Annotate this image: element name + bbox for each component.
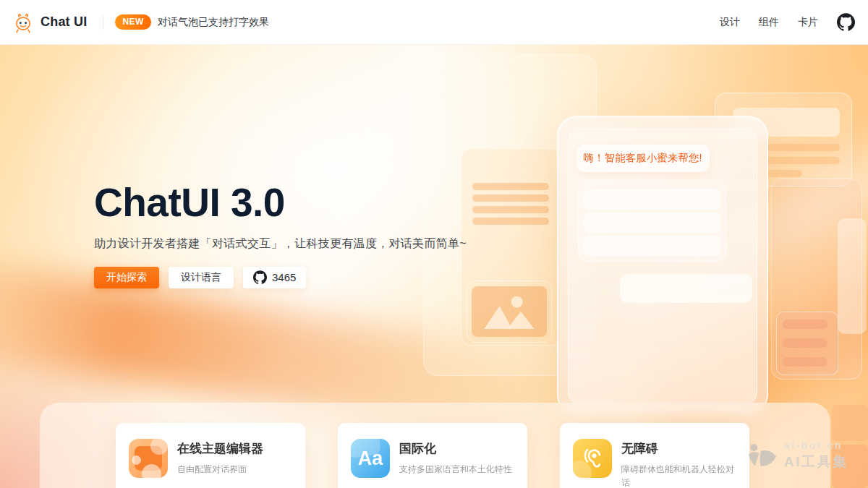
message-row-placeholder xyxy=(584,236,720,256)
hero-subtitle: 助力设计开发者搭建「对话式交互」，让科技更有温度，对话美而简单~ xyxy=(94,236,467,252)
chatui-robot-logo-icon[interactable] xyxy=(12,11,35,34)
placeholder-block xyxy=(776,312,838,375)
watermark-line1: ai-bot.cn xyxy=(784,440,848,451)
feature-card-accessibility[interactable]: 无障碍 障碍群体也能和机器人轻松对话 xyxy=(560,423,749,488)
brand-title[interactable]: Chat UI xyxy=(41,14,87,30)
accessibility-ear-icon xyxy=(573,439,612,478)
cta-row: 开始探索 设计语言 3465 xyxy=(94,267,467,288)
navbar: Chat UI NEW 对话气泡已支持打字效果 设计 组件 卡片 xyxy=(0,0,868,45)
tile-decoration xyxy=(832,405,868,441)
i18n-icon-text: Aa xyxy=(358,448,383,470)
navbar-links: 设计 组件 卡片 xyxy=(720,13,856,31)
feature-desc: 支持多国家语言和本土化特性 xyxy=(399,463,512,476)
nav-link-components[interactable]: 组件 xyxy=(759,16,779,29)
placeholder-line xyxy=(783,338,827,348)
chatui-landing-page: Chat UI NEW 对话气泡已支持打字效果 设计 组件 卡片 xyxy=(0,0,868,488)
placeholder-line xyxy=(783,357,827,367)
feature-text: 在线主题编辑器 自由配置对话界面 xyxy=(177,439,263,488)
image-placeholder-icon xyxy=(472,286,547,337)
feature-title: 在线主题编辑器 xyxy=(177,440,263,457)
nav-link-design[interactable]: 设计 xyxy=(720,16,740,29)
placeholder-line xyxy=(472,183,549,190)
start-explore-button[interactable]: 开始探索 xyxy=(94,267,159,288)
watermark-text: ai-bot.cn AI工具集 xyxy=(784,440,848,471)
page-title: ChatUI 3.0 xyxy=(94,181,467,226)
feature-title: 无障碍 xyxy=(621,440,736,457)
i18n-icon: Aa xyxy=(351,439,390,478)
nav-divider xyxy=(103,15,103,30)
placeholder-line xyxy=(472,218,549,225)
github-icon xyxy=(253,270,267,284)
navbar-left: Chat UI NEW 对话气泡已支持打字效果 xyxy=(12,11,269,34)
placeholder-line xyxy=(783,320,827,329)
watermark-line2: AI工具集 xyxy=(784,453,848,471)
glass-panel-edge xyxy=(838,218,867,334)
placeholder-line xyxy=(472,206,549,213)
feature-card-i18n[interactable]: Aa 国际化 支持多国家语言和本土化特性 xyxy=(338,423,527,488)
feature-desc: 自由配置对话界面 xyxy=(177,463,263,476)
feature-desc: 障碍群体也能和机器人轻松对话 xyxy=(621,463,736,488)
bot-chat-bubble: 嗨！智能客服小蜜来帮您! xyxy=(576,145,710,172)
message-row-placeholder xyxy=(584,189,720,210)
feature-text: 无障碍 障碍群体也能和机器人轻松对话 xyxy=(621,439,736,488)
hero-section: 嗨！智能客服小蜜来帮您! ChatUI 3.0 助力设计开发者搭建「对话式交互」… xyxy=(0,45,868,488)
feature-text: 国际化 支持多国家语言和本土化特性 xyxy=(399,439,512,488)
theme-editor-icon xyxy=(129,439,168,478)
nav-link-cards[interactable]: 卡片 xyxy=(798,16,818,29)
hero-content: ChatUI 3.0 助力设计开发者搭建「对话式交互」，让科技更有温度，对话美而… xyxy=(94,181,467,288)
message-row-placeholder xyxy=(584,213,720,233)
design-language-button[interactable]: 设计语言 xyxy=(169,267,234,288)
chat-message-card xyxy=(578,180,726,262)
ai-bot-watermark-logo-icon xyxy=(747,442,778,469)
ai-bot-watermark: ai-bot.cn AI工具集 xyxy=(747,440,848,471)
user-chat-bubble xyxy=(620,274,752,303)
chat-phone-mockup: 嗨！智能客服小蜜来帮您! xyxy=(557,116,768,415)
github-star-count: 3465 xyxy=(272,271,296,283)
github-icon[interactable] xyxy=(837,13,855,31)
feature-title: 国际化 xyxy=(399,440,512,457)
announcement-link[interactable]: 对话气泡已支持打字效果 xyxy=(158,16,269,29)
github-stars-button[interactable]: 3465 xyxy=(243,267,306,288)
new-badge: NEW xyxy=(115,14,151,30)
feature-card-theme-editor[interactable]: 在线主题编辑器 自由配置对话界面 xyxy=(116,423,305,488)
placeholder-line xyxy=(472,194,549,202)
